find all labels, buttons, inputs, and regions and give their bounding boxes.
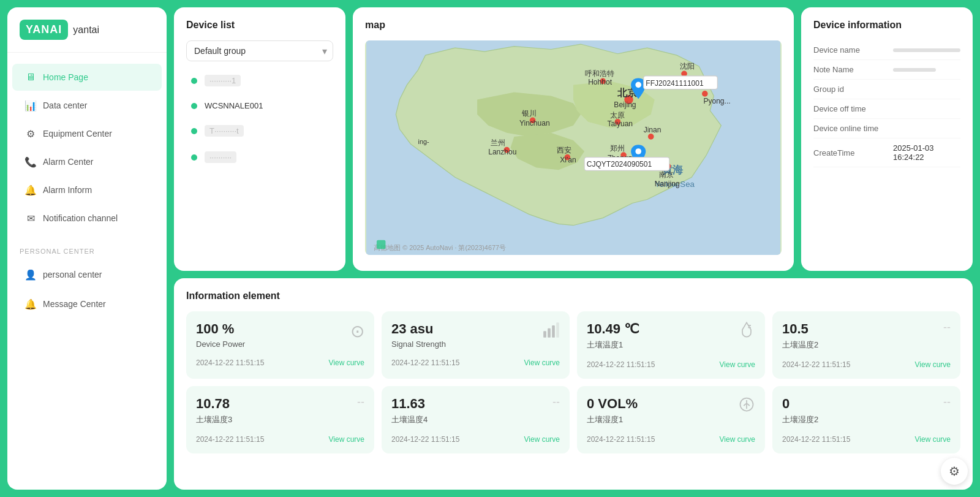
- svg-rect-45: [556, 322, 559, 338]
- sidebar-item-alarm-inform[interactable]: 🔔 Alarm Inform: [12, 176, 162, 203]
- svg-text:呼和浩特: 呼和浩特: [585, 69, 614, 78]
- metric-timestamp: 2024-12-22 11:51:15: [196, 359, 264, 367]
- metric-footer: 2024-12-22 11:51:15 View curve: [391, 359, 560, 367]
- metric-card-soil-temp1: 10.49 ℃ 土壤温度1 2024-12-22 11:51:15 View c…: [577, 311, 765, 379]
- svg-text:Jinan: Jinan: [644, 126, 662, 134]
- svg-text:郑州: 郑州: [610, 144, 625, 153]
- svg-rect-43: [548, 328, 551, 338]
- svg-point-18: [648, 134, 654, 140]
- svg-text:Nanjing: Nanjing: [655, 180, 680, 188]
- group-select[interactable]: Default group: [186, 40, 333, 61]
- device-info-title: Device information: [813, 20, 960, 31]
- view-curve-link[interactable]: View curve: [524, 359, 560, 367]
- settings-fab[interactable]: ⚙: [941, 458, 968, 485]
- metric-value: 0 VOL%: [587, 396, 755, 412]
- svg-text:西安: 西安: [557, 146, 571, 154]
- dash-indicator: --: [552, 396, 560, 409]
- info-label: Device off time: [813, 104, 893, 113]
- top-row: Device list Default group ▾ ··········1 …: [174, 7, 973, 271]
- info-row-device-off-time: Device off time: [813, 99, 960, 119]
- view-curve-link[interactable]: View curve: [329, 435, 364, 444]
- sidebar-item-notification[interactable]: ✉ Notification channel: [12, 205, 162, 232]
- sidebar-item-home[interactable]: 🖥 Home Page: [12, 64, 162, 91]
- brand-name: yantai: [73, 25, 99, 36]
- power-icon: ⊙: [350, 321, 364, 341]
- info-value: 2025-01-03 16:24:22: [893, 143, 960, 162]
- metric-name: 土壤温度4: [391, 414, 560, 425]
- personal-icon: 👤: [24, 268, 37, 281]
- temperature-icon: [738, 321, 755, 343]
- list-item[interactable]: ··········: [186, 145, 333, 169]
- metric-value: 0: [782, 396, 951, 412]
- message-icon: 🔔: [24, 298, 37, 310]
- info-label: Device online time: [813, 124, 893, 133]
- metric-timestamp: 2024-12-22 11:51:15: [391, 435, 459, 444]
- info-label: Device name: [813, 45, 893, 55]
- info-row-device-name: Device name: [813, 40, 960, 60]
- sidebar-item-label: Message Center: [43, 299, 106, 309]
- info-row-group-id: Group id: [813, 80, 960, 99]
- map-panel: map 黄海 Yellow Sea: [353, 7, 794, 271]
- humidity-icon: [738, 396, 755, 417]
- view-curve-link[interactable]: View curve: [915, 435, 951, 444]
- alarm-center-icon: 📞: [24, 156, 37, 168]
- metric-footer: 2024-12-22 11:51:15 View curve: [196, 435, 364, 444]
- sidebar-item-label: Equipment Center: [43, 129, 112, 138]
- group-select-wrapper: Default group ▾: [186, 40, 333, 61]
- view-curve-link[interactable]: View curve: [720, 360, 755, 369]
- metric-name: Device Power: [196, 340, 364, 349]
- home-icon: 🖥: [24, 71, 37, 83]
- metric-timestamp: 2024-12-22 11:51:15: [391, 359, 459, 367]
- map-container[interactable]: 黄海 Yellow Sea 呼和浩特 Hohhot 北京 Beijing 银川 …: [365, 40, 782, 255]
- personal-section-label: PERSONAL CENTER: [7, 243, 167, 260]
- svg-text:沈阳: 沈阳: [680, 62, 695, 70]
- svg-rect-41: [377, 240, 385, 249]
- metric-card-soil-humid1: 0 VOL% 土壤湿度1 2024-12-22 11:51:15 View cu…: [577, 386, 765, 453]
- view-curve-link[interactable]: View curve: [720, 435, 755, 444]
- metric-timestamp: 2024-12-22 11:51:15: [587, 435, 655, 444]
- sidebar-item-message[interactable]: 🔔 Message Center: [12, 290, 162, 317]
- dash-indicator: --: [357, 396, 364, 409]
- sidebar-item-data[interactable]: 📊 Data center: [12, 92, 162, 119]
- list-item[interactable]: ··········1: [186, 69, 333, 93]
- sidebar-item-label: Data center: [43, 101, 87, 110]
- info-label: Group id: [813, 85, 893, 94]
- equipment-icon: ⚙: [24, 127, 37, 140]
- svg-text:Lanzhou: Lanzhou: [488, 148, 516, 156]
- sidebar-item-equipment[interactable]: ⚙ Equipment Center: [12, 120, 162, 147]
- info-row-device-online-time: Device online time: [813, 119, 960, 138]
- info-row-note-name: Note Name: [813, 60, 960, 80]
- online-dot: [191, 78, 197, 84]
- metric-footer: 2024-12-22 11:51:15 View curve: [782, 435, 951, 444]
- device-name: T··········t: [205, 125, 244, 137]
- metric-value: 10.78: [196, 396, 364, 412]
- metric-card-soil-humid2: 0 土壤湿度2 -- 2024-12-22 11:51:15 View curv…: [772, 386, 960, 453]
- online-dot: [191, 154, 197, 161]
- sidebar-item-label: Notification channel: [43, 213, 118, 223]
- sidebar-item-alarm-center[interactable]: 📞 Alarm Center: [12, 148, 162, 175]
- device-name: ··········1: [205, 75, 241, 86]
- metric-value: 10.49 ℃: [587, 321, 755, 337]
- metric-name: 土壤温度1: [587, 340, 755, 351]
- list-item[interactable]: WCSNNALE001: [186, 95, 333, 116]
- metric-value: 10.5: [782, 321, 951, 337]
- view-curve-link[interactable]: View curve: [524, 435, 560, 444]
- gear-icon: ⚙: [949, 464, 960, 479]
- signal-icon: [543, 321, 560, 343]
- sidebar-item-personal[interactable]: 👤 personal center: [12, 261, 162, 288]
- svg-text:ing-: ing-: [418, 138, 429, 145]
- sidebar-item-label: personal center: [43, 270, 102, 279]
- list-item[interactable]: T··········t: [186, 119, 333, 143]
- view-curve-link[interactable]: View curve: [915, 360, 951, 369]
- main-content: Device list Default group ▾ ··········1 …: [174, 0, 980, 497]
- device-name: ··········: [205, 151, 236, 163]
- info-label: Note Name: [813, 65, 893, 74]
- metric-name: 土壤温度2: [782, 340, 951, 351]
- svg-text:FFJ20241111001: FFJ20241111001: [646, 79, 704, 88]
- metric-timestamp: 2024-12-22 11:51:15: [196, 435, 264, 444]
- svg-text:兰州: 兰州: [491, 138, 505, 147]
- metric-timestamp: 2024-12-22 11:51:15: [782, 435, 850, 444]
- device-list-panel: Device list Default group ▾ ··········1 …: [174, 7, 345, 271]
- svg-text:CJQYT2024090501: CJQYT2024090501: [587, 160, 652, 169]
- view-curve-link[interactable]: View curve: [329, 359, 364, 367]
